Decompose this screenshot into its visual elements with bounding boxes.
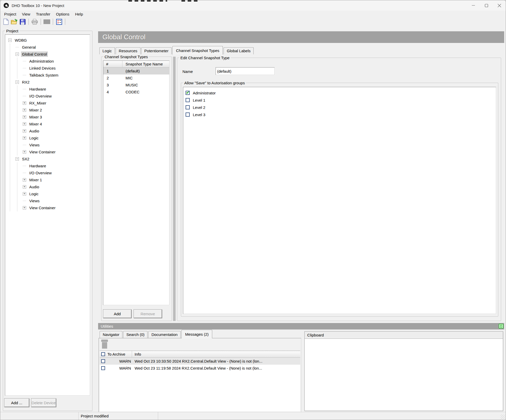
project-tree[interactable]: −WDBGGeneral−Global ControlAdministratio… [5,34,90,396]
minimize-button[interactable] [467,0,480,11]
tree-item-label: Mixer 4 [28,121,43,127]
checkbox-unchecked-icon[interactable] [186,105,190,109]
archive-all-checkbox[interactable] [101,352,105,356]
messages-col-archive[interactable]: To Archive [107,352,125,356]
panel-splitter[interactable] [173,57,175,321]
app-logo-icon [3,3,9,8]
expand-icon[interactable]: + [23,178,26,182]
tree-item-wdbg[interactable]: −WDBG [8,37,90,44]
maximize-button[interactable] [480,0,493,11]
checkbox-checked-icon[interactable]: ✔ [186,91,190,95]
expand-icon[interactable]: + [23,129,26,133]
close-button[interactable] [493,0,506,11]
expand-icon[interactable]: + [23,150,26,154]
snapshot-col-name[interactable]: Snapshot Type Name [122,61,169,67]
messages-table[interactable]: To Archive Info WARNWed Oct 23 10:33:50 … [100,351,300,411]
snapshot-row[interactable]: 2MIC [103,74,169,81]
menu-help[interactable]: Help [72,11,86,17]
archive-checkbox[interactable] [101,359,105,363]
expand-icon[interactable]: + [23,115,26,119]
tab-navigator[interactable]: Navigator [100,331,122,338]
tree-item-i-o-overview[interactable]: I/O Overview [23,93,90,100]
snapshot-row[interactable]: 4CODEC [103,88,169,95]
authgroup-row-level-3[interactable]: Level 3 [186,111,496,118]
expand-icon[interactable]: + [23,108,26,112]
tab-resources[interactable]: Resources [116,47,141,54]
snapshot-table-header: # Snapshot Type Name [103,61,169,68]
expand-icon[interactable]: + [23,101,26,105]
name-input[interactable] [216,67,275,75]
collapse-icon[interactable]: − [16,52,19,56]
tree-item-mixer-3[interactable]: +Mixer 3 [23,114,90,121]
tree-item-hardware[interactable]: Hardware [23,162,90,169]
expand-icon[interactable]: + [23,122,26,126]
print-icon[interactable] [31,18,38,25]
snapshot-col-num[interactable]: # [103,61,122,67]
save-icon[interactable] [19,18,26,25]
tree-item-audio[interactable]: +Audio [23,183,90,190]
tree-item-rx2[interactable]: −RX2 [16,79,90,86]
menu-project[interactable]: Project [1,11,19,17]
authgroup-row-level-1[interactable]: Level 1 [186,96,496,104]
expand-icon[interactable]: + [23,136,26,140]
tab-potentiometer[interactable]: Potentiometer [141,47,172,54]
checkbox-unchecked-icon[interactable] [186,98,190,102]
add-device-button[interactable]: Add ... [4,398,29,407]
tree-item-mixer-4[interactable]: +Mixer 4 [23,121,90,128]
messages-col-info[interactable]: Info [132,352,300,356]
tree-children: AdministrationLinked DevicesTalkback Sys… [17,58,90,79]
open-folder-icon[interactable] [11,18,18,25]
checklist-icon[interactable] [56,18,62,25]
snapshot-row[interactable]: 3MUSIC [103,81,169,88]
tree-item-global-control[interactable]: −Global Control [16,51,90,58]
tree-item-views[interactable]: Views [23,141,90,148]
collapse-icon[interactable]: − [8,39,12,42]
utilities-maximize-button[interactable] [499,324,503,328]
gray-block-icon[interactable] [43,18,50,25]
tree-item-i-o-overview[interactable]: I/O Overview [23,169,90,176]
tree-item-linked-devices[interactable]: Linked Devices [23,65,90,72]
tree-item-view-container[interactable]: +View Container [23,148,90,155]
tab-channel-snapshot-types[interactable]: Channel Snapshot Types [172,46,223,55]
authgroup-row-administrator[interactable]: ✔Administrator [186,89,496,96]
authgroup-row-level-2[interactable]: Level 2 [186,104,496,111]
tree-item-talkback-system[interactable]: Talkback System [23,72,90,79]
archive-trash-icon[interactable] [101,340,108,349]
menu-view[interactable]: View [19,11,33,17]
tree-item-logic[interactable]: +Logic [23,190,90,197]
tab-messages-2[interactable]: Messages (2) [181,330,212,338]
tree-item-sx2[interactable]: −SX2 [16,155,90,162]
checkbox-unchecked-icon[interactable] [186,113,190,117]
message-row[interactable]: WARNWed Oct 23 11:19:58 2024 RX2.Central… [100,365,300,372]
tab-logic[interactable]: Logic [99,47,115,54]
snapshot-add-button[interactable]: Add [103,309,131,318]
menu-transfer[interactable]: Transfer [33,11,53,17]
new-document-icon[interactable] [3,18,9,25]
tree-item-hardware[interactable]: Hardware [23,86,90,93]
snapshot-row[interactable]: 1(default) [103,68,169,74]
snapshot-types-table[interactable]: # Snapshot Type Name 1(default)2MIC3MUSI… [103,61,170,305]
resize-grip[interactable] [501,415,505,419]
tree-item-mixer-1[interactable]: +Mixer 1 [23,176,90,183]
tree-item-logic[interactable]: +Logic [23,134,90,141]
tree-item-audio[interactable]: +Audio [23,128,90,134]
tree-item-views[interactable]: Views [23,197,90,204]
archive-checkbox[interactable] [101,366,105,370]
menu-options[interactable]: Options [53,11,72,17]
utilities-panel: Utilities NavigatorSearch (0)Documentati… [98,323,504,414]
snapshot-row-num: 4 [103,90,122,94]
expand-icon[interactable]: + [23,185,26,189]
expand-icon[interactable]: + [23,206,26,209]
collapse-icon[interactable]: − [16,157,19,161]
message-row[interactable]: WARNWed Oct 23 10:33:50 2024 RX2.Central… [100,358,300,365]
tree-item-general[interactable]: General [16,44,90,51]
tree-item-view-container[interactable]: +View Container [23,204,90,211]
tab-global-labels[interactable]: Global Labels [224,47,254,54]
expand-icon[interactable]: + [23,192,26,196]
tree-item-rx-mixer[interactable]: +RX_Mixer [23,100,90,107]
tab-documentation[interactable]: Documentation [148,331,181,338]
tree-item-mixer-2[interactable]: +Mixer 2 [23,107,90,114]
collapse-icon[interactable]: − [16,80,19,84]
tree-item-administration[interactable]: Administration [23,58,90,65]
tab-search-0[interactable]: Search (0) [123,331,148,338]
